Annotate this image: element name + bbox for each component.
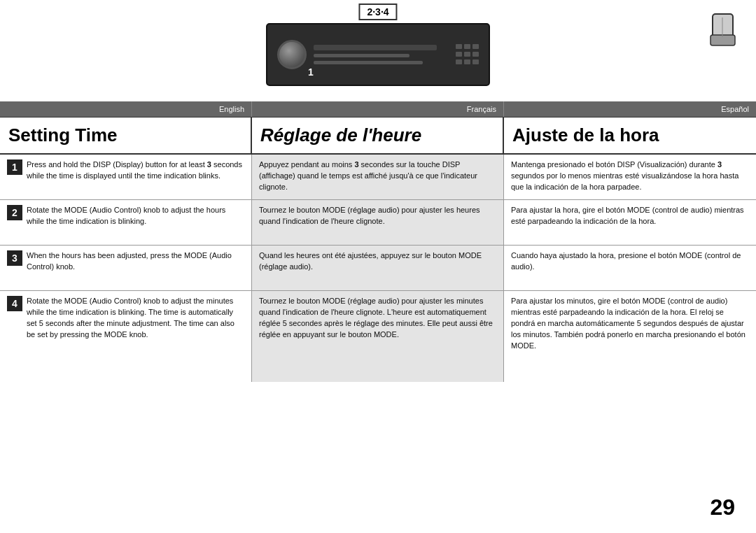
step-2-fr: Tournez le bouton MODE (réglage audio) p… — [252, 200, 504, 246]
step-3-en: 3 When the hours has been adjusted, pres… — [0, 246, 252, 291]
step-4-row: 4 Rotate the MODE (Audio Control) knob t… — [0, 291, 756, 382]
step-2-en: 2 Rotate the MODE (Audio Control) knob t… — [0, 200, 252, 246]
title-french: Réglage de l'heure — [252, 118, 504, 153]
step-4-en: 4 Rotate the MODE (Audio Control) knob t… — [0, 291, 252, 382]
step-1-badge: 1 — [7, 159, 22, 175]
step-4-fr: Tournez le bouton MODE (réglage audio) p… — [252, 291, 504, 382]
step-3-es: Cuando haya ajustado la hora, presione e… — [504, 246, 756, 291]
page-number: 29 — [710, 495, 735, 520]
label-234: 2·3·4 — [358, 3, 397, 20]
thumb-icon — [707, 10, 738, 51]
step-1-en: 1 Press and hold the DISP (Display) butt… — [0, 155, 252, 200]
lang-french: Français — [252, 101, 504, 117]
top-diagram-area: 2·3·4 — [0, 0, 756, 101]
diagram-wrapper: 2·3·4 — [266, 13, 490, 90]
main-content: 1 Press and hold the DISP (Display) butt… — [0, 155, 756, 382]
language-header: English Français Español — [0, 101, 756, 117]
step-2-row: 2 Rotate the MODE (Audio Control) knob t… — [0, 200, 756, 246]
title-english: Setting Time — [0, 118, 252, 153]
step-1-fr: Appuyez pendant au moins 3 secondes sur … — [252, 155, 504, 200]
step-4-es: Para ajustar los minutos, gire el botón … — [504, 291, 756, 382]
title-spanish: Ajuste de la hora — [504, 118, 756, 153]
label-1: 1 — [308, 66, 314, 78]
lang-english: English — [0, 101, 252, 117]
step-2-es: Para ajustar la hora, gire el botón MODE… — [504, 200, 756, 246]
step-3-fr: Quand les heures ont été ajustées, appuy… — [252, 246, 504, 291]
step-1-row: 1 Press and hold the DISP (Display) butt… — [0, 155, 756, 200]
mode-knob — [277, 40, 307, 69]
lang-spanish: Español — [504, 101, 756, 117]
title-row: Setting Time Réglage de l'heure Ajuste d… — [0, 117, 756, 155]
step-3-row: 3 When the hours has been adjusted, pres… — [0, 246, 756, 291]
step-4-badge: 4 — [7, 296, 22, 311]
step-2-badge: 2 — [7, 205, 22, 220]
step-3-badge: 3 — [7, 250, 22, 266]
step-1-es: Mantenga presionado el botón DISP (Visua… — [504, 155, 756, 200]
